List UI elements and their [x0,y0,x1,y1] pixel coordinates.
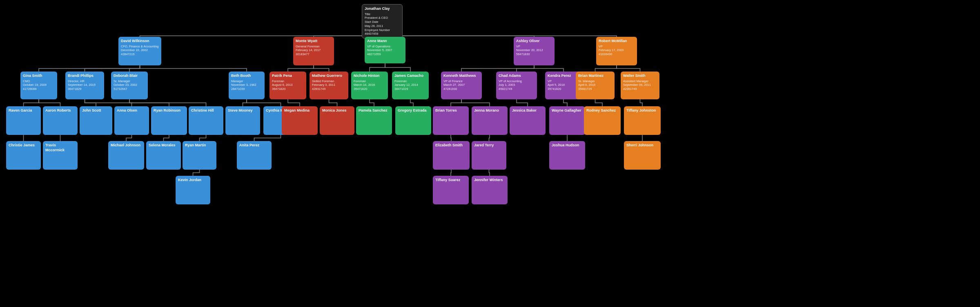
node-name-ryan_r: Ryan Robinson [154,108,185,113]
node-elizabeth[interactable]: Elizabeth Smith [433,141,470,170]
node-start-beth: November 3, 1982 [231,83,262,87]
node-emp-robert: 41826490 [599,52,635,56]
node-travis[interactable]: Travis Mccormick [43,141,78,170]
node-emp-walter: 42381749 [623,87,657,91]
node-ryan_m[interactable]: Ryan Martin [183,141,216,170]
node-name-joshua: Joshua Hudson [552,143,583,148]
node-jennifer[interactable]: Jennifer Winters [472,176,508,204]
node-name-nichole: Nichole Hinton [354,74,385,78]
node-joshua[interactable]: Joshua Hudson [549,141,585,170]
node-john[interactable]: John Scott [80,106,112,135]
node-name-travis: Travis Mccormick [45,143,75,152]
node-name-ryan_m: Ryan Martin [185,143,214,148]
node-rodney[interactable]: Rodney Sanchez [584,106,621,135]
node-start-anne: November 5, 2007 [367,48,403,52]
node-name-brian_m: Brian Martinez [578,74,612,78]
node-name-walter: Walter Smith [623,74,657,78]
node-christine[interactable]: Christine Hill [189,106,223,135]
node-walter[interactable]: Walter SmithAssistant ManagerSeptember 0… [621,72,659,99]
node-emp-brandi: 36471829 [68,87,102,91]
node-title-monte: General Foreman [296,45,332,49]
node-david[interactable]: David WilkinsonCFO, Finance & Accounting… [118,37,161,65]
node-megan[interactable]: Megan Medina [282,106,318,135]
node-jenna[interactable]: Jenna Morano [472,106,508,135]
node-brandi[interactable]: Brandi PhillipsDirector, HRSeptember 14,… [65,72,104,99]
node-emp-chad: 45821749 [499,87,535,91]
node-name-kevin: Kevin Jordan [178,178,208,183]
node-ryan_r[interactable]: Ryan Robinson [151,106,187,135]
node-aaron[interactable]: Aaron Roberts [43,106,78,135]
node-title-ashley: VP [516,45,552,49]
node-name-patrik: Patrik Pena [272,74,304,78]
node-james_c[interactable]: James CamachoForemanJanuary 12, 20143847… [392,72,429,99]
node-selena[interactable]: Selena Morales [146,141,181,170]
node-kenneth[interactable]: Kenneth MatthewsVP of FinanceMarch 27, 2… [441,72,482,99]
node-jessica[interactable]: Jessica Baker [510,106,546,135]
node-monte[interactable]: Monte WyattGeneral ForemanFebruary 14, 2… [293,37,334,65]
node-title-robert: VP [599,45,635,49]
node-brian_m[interactable]: Brian MartinezSr. ManagerApril 8, 201635… [576,72,615,99]
node-name-jenna: Jenna Morano [474,108,505,113]
node-start-label-jonathan: Start Date [365,20,400,24]
node-start-brandi: September 14, 2015 [68,83,102,87]
node-title-patrik: Foreman [272,79,304,83]
node-steve[interactable]: Steve Mooney [225,106,260,135]
node-title-chad: VP of Accounting [499,79,535,83]
node-title-gina: CMO [23,79,55,83]
node-name-chad: Chad Adams [499,74,535,78]
node-start-brian_m: April 8, 2016 [578,83,612,87]
node-patrik[interactable]: Patrik PenaForemanAugust 6, 201339471820 [270,72,306,99]
node-name-gregory: Gregory Estrada [398,108,429,113]
node-anne[interactable]: Anne MannVP of OperationsNovember 5, 200… [365,37,405,63]
node-anita[interactable]: Anita Perez [237,141,272,170]
node-tiffany_j[interactable]: Tiffany Johnston [624,106,661,135]
node-christie[interactable]: Christie James [6,141,41,170]
node-jonathan[interactable]: Jonathan ClayTitlePresident & CEOStart D… [362,4,403,38]
node-start-ashley: November 20, 2012 [516,48,552,52]
node-ashley[interactable]: Ashley OliverVPNovember 20, 201256471830 [514,37,555,65]
node-emp-patrik: 39471820 [272,87,304,91]
node-emp-deborah: 51732947 [114,87,145,91]
node-sherri[interactable]: Sherri Johnson [624,141,661,170]
node-robert[interactable]: Robert McMillanVPFebruary 17, 2003418264… [596,37,637,65]
node-emp-ashley: 56471830 [516,52,552,56]
node-chad[interactable]: Chad AdamsVP of AccountingJuly 1, 200345… [496,72,537,99]
node-gina[interactable]: Gina SmithCMOOctober 19, 200941726088 [20,72,57,99]
node-michael[interactable]: Michael Johnson [108,141,144,170]
node-title-jonathan: Title [365,12,400,16]
node-emp-brian_m: 35481729 [578,87,612,91]
node-pamela[interactable]: Pamela Sanchez [356,106,392,135]
node-jared[interactable]: Jared Terry [472,141,506,170]
node-emp-anne: 48271059 [367,52,403,56]
node-beth[interactable]: Beth BoothManagerNovember 3, 19822847103… [229,72,265,99]
node-monica[interactable]: Monica Jones [320,106,354,135]
node-deborah[interactable]: Deborah BlairSr. ManagerOctober 23, 2002… [111,72,148,99]
node-anna[interactable]: Anna Olsen [114,106,149,135]
node-start-david: December 22, 2002 [121,48,159,52]
node-title-mathew: Skilled Foreman [312,79,346,83]
node-name-robert: Robert McMillan [599,39,635,44]
node-title-kenneth: VP of Finance [443,79,479,83]
node-emp-james_c: 38471029 [394,87,426,91]
node-nichole[interactable]: Nichole HintonForemanMarch 14, 201635471… [351,72,388,99]
node-gregory[interactable]: Gregory Estrada [395,106,431,135]
node-name-jared: Jared Terry [474,143,504,148]
node-kevin[interactable]: Kevin Jordan [176,176,210,204]
node-emp-nichole: 35471820 [354,87,385,91]
node-mathew[interactable]: Mathew GuerreroSkilled ForemanFebruary 3… [310,72,348,99]
node-name-jessica: Jessica Baker [512,108,543,113]
node-raven[interactable]: Raven Garcia [6,106,41,135]
node-name-mathew: Mathew Guerrero [312,74,346,78]
node-name-wayne: Wayne Gallagher [552,108,583,113]
node-wayne[interactable]: Wayne Gallagher [549,106,585,135]
node-title-brandi: Director, HR [68,79,102,83]
node-brian_t[interactable]: Brian Torres [433,106,469,135]
node-name-christie: Christie James [9,143,38,148]
node-tiffany_s[interactable]: Tiffany Suarez [433,176,469,204]
node-name-jonathan: Jonathan Clay [365,7,400,11]
node-name-rodney: Rodney Sanchez [586,108,618,113]
node-emp-kendra: 35741820 [548,87,579,91]
node-start-walter: September 09, 2011 [623,83,657,87]
node-emp-mathew: 42831749 [312,87,346,91]
node-start-patrik: August 6, 2013 [272,83,304,87]
